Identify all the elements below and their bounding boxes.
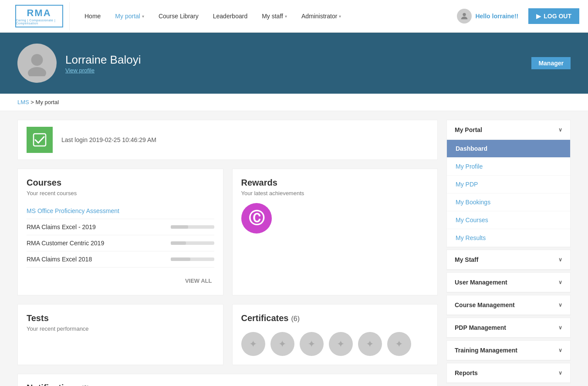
sidebar-item-my-results[interactable]: My Results: [447, 229, 570, 247]
chevron-down-icon: ▾: [285, 14, 287, 19]
left-content: Last login 2019-02-25 10:46:29 AM Course…: [17, 120, 438, 386]
cert-badge-1: ✦: [241, 332, 265, 356]
view-all-button[interactable]: VIEW ALL: [183, 275, 214, 286]
hello-user-text: Hello lorraine!!: [475, 13, 518, 20]
sidebar-user-management: User Management ∨: [446, 272, 571, 293]
course-item-2: RMA Claims Excel - 2019: [27, 219, 214, 235]
logo-tagline: Caring | Compassionate | Compensation: [16, 19, 62, 25]
svg-point-0: [463, 13, 466, 16]
chevron-down-icon: ∨: [558, 279, 562, 285]
navbar-links: Home My portal ▾ Course Library Leaderbo…: [78, 9, 457, 23]
certificates-count: (6): [291, 315, 300, 323]
cert-badge-2: ✦: [270, 332, 294, 356]
navbar-user: Hello lorraine!! ▶ LOG OUT: [457, 8, 579, 24]
tests-title: Tests: [27, 313, 214, 323]
rewards-subtitle: Your latest achievements: [241, 190, 429, 196]
logout-icon: ▶: [536, 13, 541, 20]
chevron-down-icon: ∨: [558, 257, 562, 263]
certificates-title: Certificates: [241, 313, 289, 323]
logout-button[interactable]: ▶ LOG OUT: [528, 8, 579, 24]
sidebar-my-staff: My Staff ∨: [446, 250, 571, 270]
course-item-1: MS Office Proficiency Assessment: [27, 203, 214, 219]
breadcrumb-separator: >: [30, 99, 34, 105]
certificates-card: Certificates (6) ✦ ✦ ✦ ✦ ✦ ✦: [232, 304, 438, 365]
tests-subtitle: Your recent performance: [27, 325, 214, 332]
sidebar-my-staff-header[interactable]: My Staff ∨: [447, 250, 570, 270]
logo-text: RMA: [27, 7, 51, 19]
manager-badge-button[interactable]: Manager: [531, 57, 571, 69]
sidebar-pdp-management: PDP Management ∨: [446, 318, 571, 338]
sidebar-item-my-bookings[interactable]: My Bookings: [447, 193, 570, 211]
nav-leaderboard[interactable]: Leaderboard: [207, 9, 253, 23]
chevron-down-icon: ∨: [558, 325, 562, 331]
cert-badge-5: ✦: [358, 332, 382, 356]
sidebar-my-portal-header[interactable]: My Portal ∨: [447, 120, 570, 140]
tests-card: Tests Your recent performance: [17, 304, 223, 365]
progress-bar-2: [171, 225, 214, 229]
last-login-bar: Last login 2019-02-25 10:46:29 AM: [17, 120, 438, 160]
courses-card: Courses Your recent courses MS Office Pr…: [17, 169, 223, 295]
profile-info: Lorraine Baloyi View profile: [65, 53, 531, 74]
right-sidebar: My Portal ∨ Dashboard My Profile My PDP …: [446, 120, 571, 386]
rewards-card: Rewards Your latest achievements Ⓒ: [232, 169, 438, 295]
notifications-title: Notifications: [27, 383, 79, 386]
navbar: RMA Caring | Compassionate | Compensatio…: [0, 0, 588, 33]
chevron-down-icon: ▾: [339, 14, 341, 19]
course-name-3: RMA Customer Centric 2019: [27, 240, 104, 247]
sidebar-item-my-courses[interactable]: My Courses: [447, 211, 570, 229]
sidebar-pdp-management-header[interactable]: PDP Management ∨: [447, 318, 570, 338]
breadcrumb: LMS > My portal: [0, 94, 588, 111]
logo-box: RMA Caring | Compassionate | Compensatio…: [15, 5, 63, 27]
course-item-4: RMA Claims Excel 2018: [27, 251, 214, 267]
sidebar-reports-header[interactable]: Reports ∨: [447, 363, 570, 383]
sidebar-training-management-header[interactable]: Training Management ∨: [447, 341, 570, 360]
sidebar-item-dashboard[interactable]: Dashboard: [447, 140, 570, 158]
svg-point-1: [31, 54, 43, 66]
course-item-3: RMA Customer Centric 2019: [27, 235, 214, 251]
profile-name: Lorraine Baloyi: [65, 53, 531, 67]
checkmark-icon: [27, 127, 53, 153]
avatar: [457, 9, 472, 24]
courses-subtitle: Your recent courses: [27, 190, 214, 196]
cert-badge-6: ✦: [387, 332, 411, 356]
nav-my-portal[interactable]: My portal ▾: [109, 9, 150, 23]
breadcrumb-lms-link[interactable]: LMS: [17, 99, 29, 105]
progress-bar-3: [171, 241, 214, 245]
sidebar-course-management: Course Management ∨: [446, 295, 571, 315]
chevron-down-icon: ∨: [558, 347, 562, 353]
nav-administrator[interactable]: Administrator ▾: [295, 9, 347, 23]
view-profile-link[interactable]: View profile: [65, 67, 95, 74]
main-content: Last login 2019-02-25 10:46:29 AM Course…: [0, 111, 588, 386]
svg-point-2: [28, 67, 46, 76]
sidebar-my-portal-items: Dashboard My Profile My PDP My Bookings …: [447, 140, 570, 247]
cert-badge-4: ✦: [329, 332, 353, 356]
nav-home[interactable]: Home: [78, 9, 107, 23]
notifications-card: Notifications (0): [17, 374, 438, 386]
breadcrumb-current: My portal: [36, 99, 59, 105]
chevron-down-icon: ▾: [142, 14, 144, 19]
nav-course-library[interactable]: Course Library: [152, 9, 205, 23]
profile-avatar: [17, 44, 57, 83]
cert-badge-3: ✦: [300, 332, 324, 356]
last-login-text: Last login 2019-02-25 10:46:29 AM: [61, 136, 156, 143]
certificate-badges: ✦ ✦ ✦ ✦ ✦ ✦: [241, 332, 429, 356]
chevron-down-icon: ∨: [558, 302, 562, 308]
sidebar-training-management: Training Management ∨: [446, 340, 571, 361]
progress-bar-4: [171, 257, 214, 261]
profile-header: Lorraine Baloyi View profile Manager: [0, 33, 588, 94]
sidebar-item-my-profile[interactable]: My Profile: [447, 158, 570, 176]
dashboard-grid: Courses Your recent courses MS Office Pr…: [17, 169, 438, 365]
logo: RMA Caring | Compassionate | Compensatio…: [9, 2, 70, 30]
sidebar-item-my-pdp[interactable]: My PDP: [447, 176, 570, 193]
course-name-2: RMA Claims Excel - 2019: [27, 223, 96, 230]
course-name-4: RMA Claims Excel 2018: [27, 256, 92, 263]
sidebar-reports: Reports ∨: [446, 363, 571, 383]
sidebar-user-management-header[interactable]: User Management ∨: [447, 273, 570, 292]
reward-badge: Ⓒ: [241, 203, 272, 234]
sidebar-course-management-header[interactable]: Course Management ∨: [447, 295, 570, 315]
nav-my-staff[interactable]: My staff ▾: [256, 9, 293, 23]
rewards-title: Rewards: [241, 178, 429, 188]
chevron-down-icon: ∨: [558, 127, 562, 133]
course-link-1[interactable]: MS Office Proficiency Assessment: [27, 207, 119, 214]
chevron-down-icon: ∨: [558, 370, 562, 376]
